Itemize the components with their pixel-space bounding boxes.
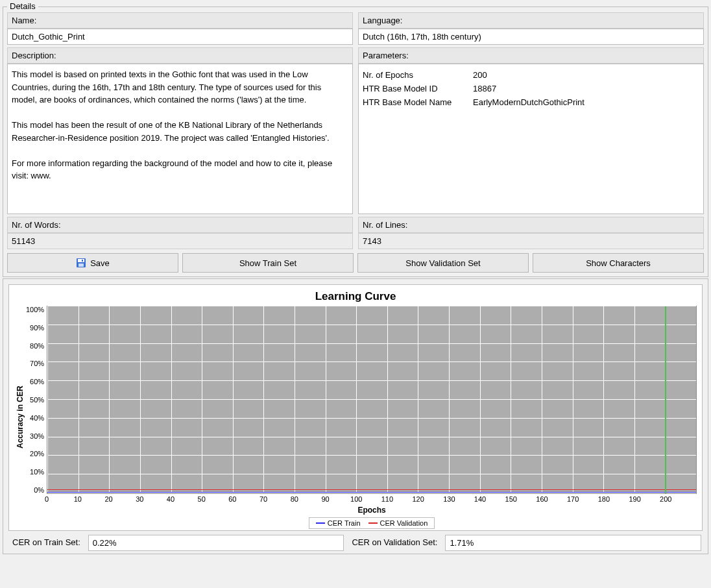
x-tick: 130 bbox=[443, 495, 455, 503]
show-train-set-button[interactable]: Show Train Set bbox=[182, 253, 354, 273]
epoch-marker bbox=[665, 306, 666, 493]
x-tick: 200 bbox=[660, 495, 671, 503]
y-tick: 100% bbox=[26, 306, 44, 313]
y-tick: 60% bbox=[26, 378, 44, 386]
x-tick: 150 bbox=[505, 495, 517, 503]
parameter-row: HTR Base Model NameEarlyModernDutchGothi… bbox=[363, 95, 590, 109]
x-tick: 70 bbox=[259, 495, 267, 503]
nr-lines-label: Nr. of Lines: bbox=[358, 217, 704, 233]
parameters-box: Nr. of Epochs200HTR Base Model ID18867HT… bbox=[358, 64, 704, 214]
legend-swatch bbox=[368, 522, 378, 524]
save-icon bbox=[76, 258, 86, 268]
x-tick: 80 bbox=[291, 495, 298, 503]
details-panel: Details Name: Language: Description: Par… bbox=[3, 6, 708, 277]
x-tick: 40 bbox=[167, 495, 175, 503]
show-characters-label: Show Characters bbox=[586, 258, 651, 268]
y-tick: 90% bbox=[26, 324, 44, 332]
x-tick: 90 bbox=[321, 495, 329, 503]
save-button-label: Save bbox=[90, 258, 110, 268]
x-tick: 0 bbox=[45, 495, 49, 503]
name-label: Name: bbox=[7, 12, 353, 29]
show-characters-button[interactable]: Show Characters bbox=[533, 253, 704, 273]
parameter-key: HTR Base Model Name bbox=[363, 95, 473, 109]
parameter-value: 200 bbox=[473, 68, 590, 82]
nr-words-label: Nr. of Words: bbox=[7, 217, 353, 233]
x-tick: 30 bbox=[136, 495, 143, 503]
legend-item: CER Train bbox=[316, 519, 361, 527]
series-cer-validation bbox=[47, 489, 696, 491]
cer-train-label: CER on Train Set: bbox=[10, 535, 83, 551]
x-tick: 140 bbox=[474, 495, 486, 503]
show-train-set-label: Show Train Set bbox=[239, 258, 296, 268]
learning-curve-chart: Learning Curve Accuracy in CER 100%90%80… bbox=[8, 284, 703, 531]
parameter-value: EarlyModernDutchGothicPrint bbox=[473, 95, 590, 109]
nr-words-value: 51143 bbox=[7, 233, 353, 249]
legend-item: CER Validation bbox=[368, 519, 428, 527]
series-cer-train bbox=[47, 492, 696, 493]
language-input[interactable] bbox=[358, 29, 704, 45]
language-label: Language: bbox=[358, 12, 704, 29]
y-axis-ticks: 100%90%80%70%60%50%40%30%20%10%0% bbox=[26, 306, 47, 494]
details-legend: Details bbox=[7, 1, 38, 11]
x-tick: 170 bbox=[567, 495, 579, 503]
svg-rect-1 bbox=[78, 259, 84, 262]
y-tick: 80% bbox=[26, 342, 44, 350]
y-tick: 20% bbox=[26, 450, 44, 458]
parameter-row: Nr. of Epochs200 bbox=[363, 68, 590, 82]
nr-lines-value: 7143 bbox=[358, 233, 704, 249]
x-tick: 60 bbox=[228, 495, 236, 503]
legend-swatch bbox=[316, 522, 325, 524]
y-tick: 70% bbox=[26, 360, 44, 367]
parameter-key: HTR Base Model ID bbox=[363, 82, 473, 95]
cer-validation-label: CER on Validation Set: bbox=[349, 535, 440, 551]
x-tick: 20 bbox=[104, 495, 112, 503]
svg-rect-2 bbox=[78, 263, 84, 267]
parameter-row: HTR Base Model ID18867 bbox=[363, 82, 590, 95]
x-tick: 110 bbox=[381, 495, 393, 503]
show-validation-set-button[interactable]: Show Validation Set bbox=[357, 253, 529, 273]
save-button[interactable]: Save bbox=[7, 253, 178, 273]
cer-validation-value: 1.71% bbox=[445, 535, 701, 551]
y-tick: 30% bbox=[26, 432, 44, 440]
y-tick: 10% bbox=[26, 468, 44, 476]
plot-area[interactable] bbox=[47, 306, 697, 494]
x-tick: 190 bbox=[629, 495, 640, 503]
x-axis-ticks: 0102030405060708090100110120130140150160… bbox=[47, 495, 697, 504]
parameters-label: Parameters: bbox=[358, 47, 704, 64]
legend-label: CER Validation bbox=[380, 519, 428, 527]
svg-rect-3 bbox=[82, 260, 83, 262]
x-axis-label: Epochs bbox=[47, 506, 697, 515]
y-axis-label: Accuracy in CER bbox=[14, 306, 26, 529]
chart-panel: Learning Curve Accuracy in CER 100%90%80… bbox=[3, 278, 708, 554]
show-validation-set-label: Show Validation Set bbox=[405, 258, 480, 268]
parameter-value: 18867 bbox=[473, 82, 590, 95]
description-textarea[interactable] bbox=[7, 64, 353, 214]
legend-label: CER Train bbox=[328, 519, 361, 527]
description-label: Description: bbox=[7, 47, 353, 64]
y-tick: 40% bbox=[26, 414, 44, 422]
chart-legend: CER TrainCER Validation bbox=[309, 517, 435, 529]
y-tick: 50% bbox=[26, 396, 44, 404]
x-tick: 100 bbox=[350, 495, 362, 503]
y-tick: 0% bbox=[26, 486, 44, 494]
name-input[interactable] bbox=[7, 29, 353, 45]
x-tick: 10 bbox=[74, 495, 82, 503]
x-tick: 50 bbox=[198, 495, 206, 503]
x-tick: 120 bbox=[412, 495, 424, 503]
x-tick: 160 bbox=[536, 495, 548, 503]
chart-title: Learning Curve bbox=[14, 290, 697, 303]
parameter-key: Nr. of Epochs bbox=[363, 68, 473, 82]
cer-train-value: 0.22% bbox=[88, 535, 344, 551]
x-tick: 180 bbox=[598, 495, 610, 503]
